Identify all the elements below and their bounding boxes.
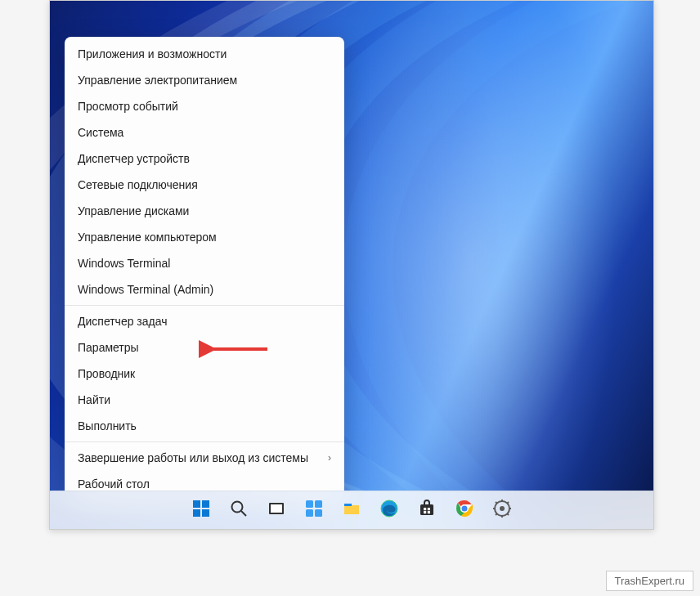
svg-point-5 [232,502,243,513]
search-icon [229,499,249,522]
menu-item-label: Параметры [78,341,139,354]
menu-item[interactable]: Управление электропитанием [65,67,344,93]
svg-point-25 [500,506,505,511]
svg-rect-11 [306,509,313,517]
menu-item[interactable]: Выполнить [65,413,344,439]
start-button[interactable] [185,494,218,527]
svg-line-30 [496,502,497,504]
menu-item-label: Управление компьютером [78,231,217,244]
file-explorer-icon [342,499,361,522]
chrome-button[interactable] [448,494,481,527]
menu-item-label: Диспетчер задач [78,315,168,328]
svg-line-6 [241,511,246,516]
menu-item[interactable]: Параметры [65,334,344,361]
menu-item-label: Диспетчер устройств [78,152,190,165]
taskbar [50,491,653,529]
svg-rect-20 [428,511,430,513]
svg-line-32 [507,502,509,504]
svg-rect-1 [193,500,200,508]
svg-line-31 [507,513,509,515]
menu-item-label: Сетевые подключения [78,178,198,191]
menu-item-label: Проводник [78,367,135,380]
task-view-button[interactable] [260,494,293,527]
store-icon [417,499,437,522]
menu-item[interactable]: Сетевые подключения [65,172,344,198]
svg-rect-13 [344,504,352,506]
svg-rect-4 [202,509,209,517]
menu-item-label: Выполнить [78,419,137,432]
menu-item[interactable]: Просмотр событий [65,93,344,119]
menu-item[interactable]: Система [65,119,344,146]
svg-rect-16 [420,504,433,515]
watermark: TrashExpert.ru [606,571,694,591]
menu-item[interactable]: Диспетчер устройств [65,146,344,172]
menu-item[interactable]: Завершение работы или выход из системы› [65,445,344,471]
start-icon [191,499,211,522]
menu-item[interactable]: Диспетчер задач [65,308,344,334]
menu-item[interactable]: Проводник [65,361,344,387]
menu-item[interactable]: Найти [65,387,344,413]
chrome-icon [455,499,474,522]
svg-line-33 [496,513,497,515]
menu-separator [65,305,344,306]
svg-rect-19 [424,511,426,513]
menu-item[interactable]: Управление дисками [65,198,344,224]
menu-item-label: Управление электропитанием [78,74,237,87]
menu-item[interactable]: Приложения и возможности [65,41,344,67]
menu-item[interactable]: Управление компьютером [65,224,344,250]
winx-context-menu: Приложения и возможностиУправление элект… [65,37,344,501]
menu-item-label: Приложения и возможности [78,47,227,60]
menu-item[interactable]: Windows Terminal (Admin) [65,276,344,302]
edge-button[interactable] [373,494,406,527]
store-button[interactable] [411,494,443,527]
menu-item-label: Система [78,126,123,139]
menu-separator [65,441,344,442]
settings-button[interactable] [486,494,518,527]
menu-item-label: Windows Terminal [78,257,170,270]
svg-rect-9 [306,500,313,508]
svg-rect-12 [315,509,322,517]
menu-item[interactable]: Windows Terminal [65,250,344,276]
screenshot-frame: Приложения и возможностиУправление элект… [49,0,654,530]
svg-rect-18 [428,508,430,510]
edge-icon [379,499,399,522]
menu-item-label: Найти [78,393,110,406]
svg-rect-10 [315,500,322,508]
menu-item-label: Управление дисками [78,204,189,217]
svg-rect-17 [424,508,426,510]
menu-item-label: Windows Terminal (Admin) [78,283,213,296]
menu-item-label: Рабочий стол [78,477,150,491]
svg-rect-3 [193,509,200,517]
search-button[interactable] [222,494,255,527]
svg-rect-8 [271,504,282,513]
chevron-right-icon: › [328,452,331,464]
settings-icon [492,499,512,522]
file-explorer-button[interactable] [335,494,368,527]
widgets-icon [304,499,324,522]
menu-item-label: Просмотр событий [78,100,178,113]
task-view-icon [267,499,286,522]
svg-rect-2 [202,500,209,508]
menu-item-label: Завершение работы или выход из системы [78,451,308,464]
widgets-button[interactable] [298,494,330,527]
